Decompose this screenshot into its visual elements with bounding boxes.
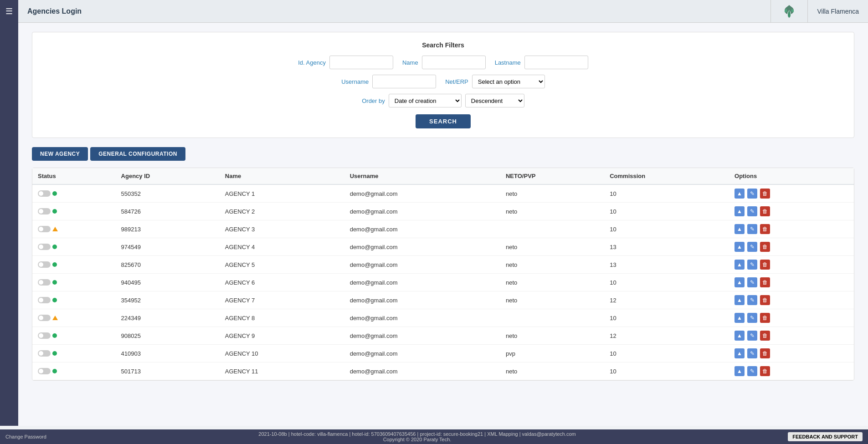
neto-pvp-cell-6: neto bbox=[500, 291, 604, 309]
delete-button-5[interactable]: 🗑 bbox=[760, 277, 770, 287]
page-title: Agencies Login bbox=[18, 7, 770, 15]
status-toggle-10[interactable] bbox=[38, 368, 51, 374]
menu-icon: ☰ bbox=[5, 6, 13, 16]
upload-button-6[interactable]: ▲ bbox=[734, 295, 745, 305]
status-dot-8 bbox=[52, 333, 57, 338]
status-toggle-2[interactable] bbox=[38, 226, 51, 232]
id-agency-group: Id. Agency bbox=[298, 56, 393, 69]
delete-button-0[interactable]: 🗑 bbox=[760, 189, 770, 199]
upload-button-10[interactable]: ▲ bbox=[734, 366, 745, 376]
neto-pvp-cell-3: neto bbox=[500, 238, 604, 256]
delete-button-9[interactable]: 🗑 bbox=[760, 348, 770, 358]
edit-button-3[interactable]: ✎ bbox=[747, 242, 757, 252]
agencies-table-container: Status Agency ID Name Username NETO/PVP … bbox=[32, 168, 854, 381]
menu-button[interactable]: ☰ bbox=[0, 0, 18, 23]
status-toggle-4[interactable] bbox=[38, 261, 51, 268]
upload-button-5[interactable]: ▲ bbox=[734, 277, 745, 287]
username-cell-8: demo@gmail.com bbox=[344, 327, 500, 345]
delete-button-8[interactable]: 🗑 bbox=[760, 331, 770, 341]
edit-button-8[interactable]: ✎ bbox=[747, 331, 757, 341]
status-dot-5 bbox=[52, 280, 57, 285]
delete-button-6[interactable]: 🗑 bbox=[760, 295, 770, 305]
edit-button-7[interactable]: ✎ bbox=[747, 313, 757, 323]
options-cell-4: ▲✎🗑 bbox=[729, 256, 854, 274]
col-header-options: Options bbox=[729, 168, 854, 184]
status-cell-8 bbox=[32, 327, 116, 345]
upload-button-3[interactable]: ▲ bbox=[734, 242, 745, 252]
sidebar bbox=[0, 23, 18, 426]
id-agency-input[interactable] bbox=[329, 56, 393, 69]
neto-pvp-cell-0: neto bbox=[500, 184, 604, 203]
agency-id-cell-4: 825670 bbox=[116, 256, 220, 274]
general-config-button[interactable]: GENERAL CONFIGURATION bbox=[90, 147, 185, 161]
table-row: 940495AGENCY 6demo@gmail.comneto10▲✎🗑 bbox=[32, 274, 854, 291]
commission-cell-8: 12 bbox=[604, 327, 729, 345]
direction-select[interactable]: Descendent Ascendent bbox=[465, 94, 524, 107]
lastname-input[interactable] bbox=[524, 56, 588, 69]
header: ☰ Agencies Login Villa Flamenca bbox=[0, 0, 868, 23]
table-row: 974549AGENCY 4demo@gmail.comneto13▲✎🗑 bbox=[32, 238, 854, 256]
edit-button-6[interactable]: ✎ bbox=[747, 295, 757, 305]
table-row: 584726AGENCY 2demo@gmail.comneto10▲✎🗑 bbox=[32, 203, 854, 220]
username-cell-10: demo@gmail.com bbox=[344, 362, 500, 380]
table-row: 989213AGENCY 3demo@gmail.com10▲✎🗑 bbox=[32, 220, 854, 238]
options-cell-5: ▲✎🗑 bbox=[729, 274, 854, 291]
edit-button-10[interactable]: ✎ bbox=[747, 366, 757, 376]
commission-cell-10: 10 bbox=[604, 362, 729, 380]
username-cell-7: demo@gmail.com bbox=[344, 309, 500, 327]
status-toggle-7[interactable] bbox=[38, 315, 51, 321]
status-toggle-8[interactable] bbox=[38, 332, 51, 339]
status-toggle-1[interactable] bbox=[38, 208, 51, 214]
net-erp-label: Net/ERP bbox=[445, 78, 468, 85]
edit-button-1[interactable]: ✎ bbox=[747, 206, 757, 216]
edit-button-4[interactable]: ✎ bbox=[747, 260, 757, 270]
edit-button-9[interactable]: ✎ bbox=[747, 348, 757, 358]
upload-button-7[interactable]: ▲ bbox=[734, 313, 745, 323]
delete-button-3[interactable]: 🗑 bbox=[760, 242, 770, 252]
order-by-select[interactable]: Date of creation Agency ID Name bbox=[389, 94, 462, 107]
username-cell-1: demo@gmail.com bbox=[344, 203, 500, 220]
username-cell-2: demo@gmail.com bbox=[344, 220, 500, 238]
upload-button-9[interactable]: ▲ bbox=[734, 348, 745, 358]
table-header: Status Agency ID Name Username NETO/PVP … bbox=[32, 168, 854, 184]
delete-button-2[interactable]: 🗑 bbox=[760, 224, 770, 234]
name-input[interactable] bbox=[422, 56, 486, 69]
upload-button-4[interactable]: ▲ bbox=[734, 260, 745, 270]
filter-row-1: Id. Agency Name Lastname bbox=[46, 56, 840, 69]
table-row: 501713AGENCY 11demo@gmail.comneto10▲✎🗑 bbox=[32, 362, 854, 380]
new-agency-button[interactable]: NEW AGENCY bbox=[32, 147, 88, 161]
status-toggle-6[interactable] bbox=[38, 297, 51, 303]
upload-button-8[interactable]: ▲ bbox=[734, 331, 745, 341]
table-row: 224349AGENCY 8demo@gmail.com10▲✎🗑 bbox=[32, 309, 854, 327]
username-input[interactable] bbox=[372, 75, 436, 88]
status-toggle-5[interactable] bbox=[38, 279, 51, 286]
delete-button-10[interactable]: 🗑 bbox=[760, 366, 770, 376]
delete-button-1[interactable]: 🗑 bbox=[760, 206, 770, 216]
username-label: Username bbox=[341, 78, 369, 85]
edit-button-0[interactable]: ✎ bbox=[747, 189, 757, 199]
edit-button-5[interactable]: ✎ bbox=[747, 277, 757, 287]
search-button[interactable]: SEARCH bbox=[416, 114, 471, 128]
agency-name-cell-2: AGENCY 3 bbox=[220, 220, 344, 238]
status-dot-9 bbox=[52, 351, 57, 356]
upload-button-1[interactable]: ▲ bbox=[734, 206, 745, 216]
status-cell-7 bbox=[32, 309, 116, 327]
net-erp-group: Net/ERP Select an option Neto PVP bbox=[445, 75, 545, 88]
net-erp-select[interactable]: Select an option Neto PVP bbox=[472, 75, 545, 88]
agency-id-cell-7: 224349 bbox=[116, 309, 220, 327]
status-toggle-0[interactable] bbox=[38, 190, 51, 197]
col-header-neto-pvp: NETO/PVP bbox=[500, 168, 604, 184]
agency-id-cell-9: 410903 bbox=[116, 345, 220, 362]
delete-button-7[interactable]: 🗑 bbox=[760, 313, 770, 323]
status-toggle-9[interactable] bbox=[38, 350, 51, 357]
options-cell-7: ▲✎🗑 bbox=[729, 309, 854, 327]
status-toggle-3[interactable] bbox=[38, 244, 51, 250]
delete-button-4[interactable]: 🗑 bbox=[760, 260, 770, 270]
edit-button-2[interactable]: ✎ bbox=[747, 224, 757, 234]
upload-button-0[interactable]: ▲ bbox=[734, 189, 745, 199]
upload-button-2[interactable]: ▲ bbox=[734, 224, 745, 234]
status-cell-0 bbox=[32, 184, 116, 203]
username-group: Username bbox=[341, 75, 436, 88]
agency-id-cell-5: 940495 bbox=[116, 274, 220, 291]
table-row: 354952AGENCY 7demo@gmail.comneto12▲✎🗑 bbox=[32, 291, 854, 309]
